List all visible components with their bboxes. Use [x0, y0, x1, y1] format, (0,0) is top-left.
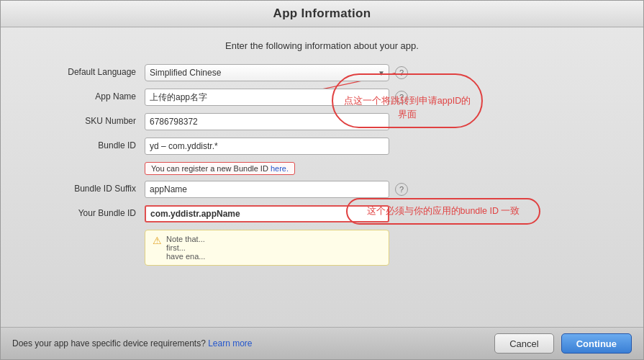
subtitle: Enter the following information about yo… — [30, 40, 614, 51]
note-warning-icon: ⚠ — [153, 235, 162, 246]
footer-bar: Does your app have specific device requi… — [1, 327, 643, 359]
note-row: ⚠ Note that... first... have ena... — [30, 230, 614, 266]
bundle-suffix-control: ? — [145, 181, 614, 198]
sku-control: 点这一个将跳转到申请appID的 界面 — [145, 113, 614, 130]
app-name-help-icon[interactable]: ? — [395, 91, 408, 104]
title-bar: App Information — [1, 1, 643, 27]
your-bundle-id-label: Your Bundle ID — [30, 205, 145, 218]
bundle-id-control — [145, 138, 614, 155]
bundle-id-input[interactable] — [145, 138, 389, 155]
note-text: Note that... first... have ena... — [166, 235, 205, 261]
bundle-id-row: Bundle ID — [30, 138, 614, 155]
bundle-hint: You can register a new Bundle ID here. — [145, 162, 614, 175]
sku-row: SKU Number 点这一个将跳转到申请appID的 界面 — [30, 113, 614, 130]
cancel-button[interactable]: Cancel — [494, 333, 553, 354]
bundle-id-link[interactable]: here. — [271, 164, 289, 173]
learn-more-link[interactable]: Learn more — [208, 338, 252, 348]
content-area: Enter the following information about yo… — [1, 27, 643, 327]
sku-label: SKU Number — [30, 113, 145, 126]
your-bundle-id-control: 这个必须与你的应用的bundle ID 一致 — [145, 205, 614, 222]
continue-button[interactable]: Continue — [561, 333, 632, 354]
language-help-icon[interactable]: ? — [395, 66, 408, 79]
default-language-label: Default Language — [30, 64, 145, 77]
window-title: App Information — [1, 6, 643, 21]
bundle-id-label: Bundle ID — [30, 138, 145, 150]
language-select[interactable]: Simplified Chinese — [145, 64, 389, 81]
form-container: Default Language Simplified Chinese ▼ ? … — [30, 64, 614, 266]
your-bundle-id-row: Your Bundle ID 这个必须与你的应用的bundle ID 一致 — [30, 205, 614, 222]
footer-buttons: Cancel Continue — [494, 333, 632, 354]
bundle-hint-row: You can register a new Bundle ID here. — [30, 162, 614, 175]
note-box: ⚠ Note that... first... have ena... — [145, 230, 389, 266]
app-name-label: App Name — [30, 89, 145, 102]
app-name-row: App Name ? — [30, 89, 614, 106]
sku-input[interactable] — [145, 113, 389, 130]
default-language-row: Default Language Simplified Chinese ▼ ? — [30, 64, 614, 81]
annotation-bubble-2: 这个必须与你的应用的bundle ID 一致 — [346, 198, 540, 225]
bundle-suffix-row: Bundle ID Suffix ? — [30, 181, 614, 198]
footer-question: Does your app have specific device requi… — [12, 338, 253, 348]
language-select-wrapper[interactable]: Simplified Chinese ▼ — [145, 64, 389, 81]
bundle-suffix-label: Bundle ID Suffix — [30, 181, 145, 194]
default-language-control: Simplified Chinese ▼ ? — [145, 64, 614, 81]
app-name-control: ? — [145, 89, 614, 106]
bundle-suffix-help-icon[interactable]: ? — [395, 183, 408, 196]
app-name-input[interactable] — [145, 89, 389, 106]
bundle-hint-text: You can register a new Bundle ID here. — [145, 162, 295, 175]
app-window: App Information Enter the following info… — [0, 0, 644, 360]
bundle-suffix-input[interactable] — [145, 181, 389, 198]
